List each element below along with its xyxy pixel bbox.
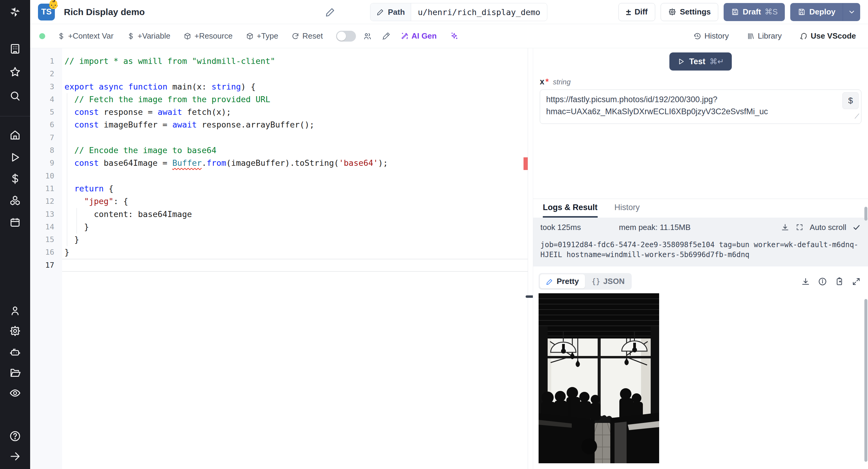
wand-sparkles-icon xyxy=(401,32,408,40)
code-line[interactable]: // Fetch the image from the provided URL xyxy=(62,93,528,106)
add-type-button[interactable]: +Type xyxy=(246,31,278,41)
typescript-badge: TS 👶 xyxy=(38,4,55,21)
search-icon[interactable] xyxy=(8,89,22,102)
tab-history[interactable]: History xyxy=(615,199,640,218)
panel-splitter[interactable] xyxy=(528,48,533,469)
code-line[interactable] xyxy=(62,170,528,182)
package-icon xyxy=(184,32,191,40)
folders-icon[interactable] xyxy=(8,366,22,379)
line-number: 1 xyxy=(30,55,62,67)
result-scrollbar-thumb[interactable] xyxy=(864,299,867,462)
code-line[interactable]: const imageBuffer = await response.array… xyxy=(62,119,528,131)
arg-required-mark: * xyxy=(546,77,549,87)
json-view-button[interactable]: {} JSON xyxy=(586,274,631,288)
workspace-building-icon[interactable] xyxy=(8,42,22,56)
code-line[interactable]: return { xyxy=(62,182,528,195)
path-value[interactable]: u/henri/rich_display_demo xyxy=(411,3,547,21)
log-output[interactable]: job=01912d84-fdc6-5474-2ee9-358098f5e104… xyxy=(533,237,868,262)
sparkles-icon[interactable] xyxy=(450,32,458,40)
braces-icon: {} xyxy=(592,277,600,286)
format-brush-icon[interactable] xyxy=(382,32,390,40)
arg-x-input[interactable]: $ https://fastly.picsum.photos/id/192/20… xyxy=(540,90,861,124)
auto-scroll-label[interactable]: Auto scroll xyxy=(810,223,846,232)
code-editor[interactable]: 1234567891011121314151617 // import * as… xyxy=(30,48,528,469)
workers-bot-icon[interactable] xyxy=(8,345,22,359)
code-line[interactable]: "jpeg": { xyxy=(62,195,528,208)
multiplayer-users-icon[interactable] xyxy=(363,32,372,40)
path-widget[interactable]: Path u/henri/rich_display_demo xyxy=(370,3,547,21)
arg-input-text: hmac=UAXa6z_MKaSlyDXrwECLI6XBp0jzyV3C2eS… xyxy=(546,105,840,118)
code-line[interactable]: } xyxy=(62,233,528,246)
top-header: TS 👶 Rich Display demo Path u/henri/rich… xyxy=(30,0,868,24)
code-line[interactable] xyxy=(62,259,528,272)
code-line[interactable]: export async function main(x: string) { xyxy=(62,81,528,93)
code-line[interactable]: } xyxy=(62,246,528,259)
deploy-button[interactable]: Deploy xyxy=(790,3,860,21)
windmill-logo-icon[interactable] xyxy=(8,5,22,19)
mem-peak-label: mem peak: 11.15MB xyxy=(619,223,690,232)
code-line[interactable]: const base64Image = Buffer.from(imageBuf… xyxy=(62,157,528,169)
code-line[interactable]: } xyxy=(62,221,528,233)
path-label-section[interactable]: Path xyxy=(370,3,411,21)
code-line[interactable] xyxy=(62,67,528,80)
favorites-star-icon[interactable] xyxy=(8,65,22,79)
audit-eye-icon[interactable] xyxy=(8,386,22,400)
deploy-dropdown-caret[interactable] xyxy=(843,3,860,21)
info-icon[interactable] xyxy=(818,277,827,286)
code-line[interactable] xyxy=(62,131,528,144)
user-icon[interactable] xyxy=(8,304,22,317)
settings-gear-icon[interactable] xyxy=(8,324,22,338)
expand-result-icon[interactable] xyxy=(852,277,861,286)
help-icon[interactable] xyxy=(8,430,22,443)
use-vscode-button[interactable]: Use VScode xyxy=(800,31,856,41)
pretty-view-button[interactable]: Pretty xyxy=(540,274,585,288)
code-line[interactable]: // Encode the image to base64 xyxy=(62,144,528,157)
download-logs-icon[interactable] xyxy=(781,223,789,231)
multiplayer-toggle[interactable] xyxy=(336,31,356,41)
code-line[interactable]: content: base64Image xyxy=(62,208,528,221)
draft-button[interactable]: Draft ⌘S xyxy=(724,3,785,21)
expand-logs-icon[interactable] xyxy=(795,223,804,231)
chevron-down-icon xyxy=(848,8,856,16)
settings-button[interactable]: Settings xyxy=(661,3,718,21)
add-context-var-button[interactable]: +Context Var xyxy=(57,31,114,41)
edit-title-pencil-icon[interactable] xyxy=(325,7,336,18)
add-variable-button[interactable]: +Variable xyxy=(127,31,170,41)
line-number: 9 xyxy=(30,157,62,169)
line-number: 12 xyxy=(30,195,62,208)
ai-gen-button[interactable]: AI Gen xyxy=(401,31,437,41)
code-line[interactable]: // import * as wmill from "windmill-clie… xyxy=(62,55,528,67)
insert-variable-dollar-button[interactable]: $ xyxy=(842,92,859,109)
logs-scrollbar-thumb[interactable] xyxy=(864,207,867,221)
right-panel: Test ⌘↵ x* string $ https://fastly.picsu… xyxy=(533,48,868,469)
variables-dollar-icon[interactable] xyxy=(8,172,22,185)
line-number: 13 xyxy=(30,208,62,221)
tab-logs-result[interactable]: Logs & Result xyxy=(543,199,598,218)
diff-button[interactable]: ± Diff xyxy=(618,3,655,21)
reset-button[interactable]: Reset xyxy=(291,31,323,41)
test-run-button[interactable]: Test ⌘↵ xyxy=(670,53,732,70)
runs-play-icon[interactable] xyxy=(8,151,22,164)
home-icon[interactable] xyxy=(8,128,22,142)
sidebar-divider xyxy=(0,116,30,116)
download-result-icon[interactable] xyxy=(801,277,810,286)
schedules-calendar-icon[interactable] xyxy=(8,216,22,229)
editor-toolbar: +Context Var +Variable +Resource +Type R… xyxy=(30,24,868,48)
copy-clipboard-icon[interactable] xyxy=(835,277,844,286)
code-line[interactable]: const response = await fetch(x); xyxy=(62,106,528,119)
context-var-label: +Context Var xyxy=(68,31,114,41)
add-resource-button[interactable]: +Resource xyxy=(184,31,232,41)
draft-shortcut: ⌘S xyxy=(765,7,778,17)
deploy-main[interactable]: Deploy xyxy=(790,3,843,21)
pretty-label: Pretty xyxy=(557,277,579,286)
resources-boxes-icon[interactable] xyxy=(8,194,22,207)
library-button[interactable]: Library xyxy=(747,31,781,41)
toggle-knob xyxy=(337,32,346,41)
test-shortcut: ⌘↵ xyxy=(710,57,724,66)
play-icon xyxy=(677,58,685,65)
history-button[interactable]: History xyxy=(693,31,729,41)
expand-sidebar-arrow-icon[interactable] xyxy=(8,450,22,463)
argument-label: x* string xyxy=(540,77,868,87)
textarea-resize-handle[interactable]: ⟋ xyxy=(855,110,859,122)
editor-code-area[interactable]: // import * as wmill from "windmill-clie… xyxy=(62,48,528,469)
